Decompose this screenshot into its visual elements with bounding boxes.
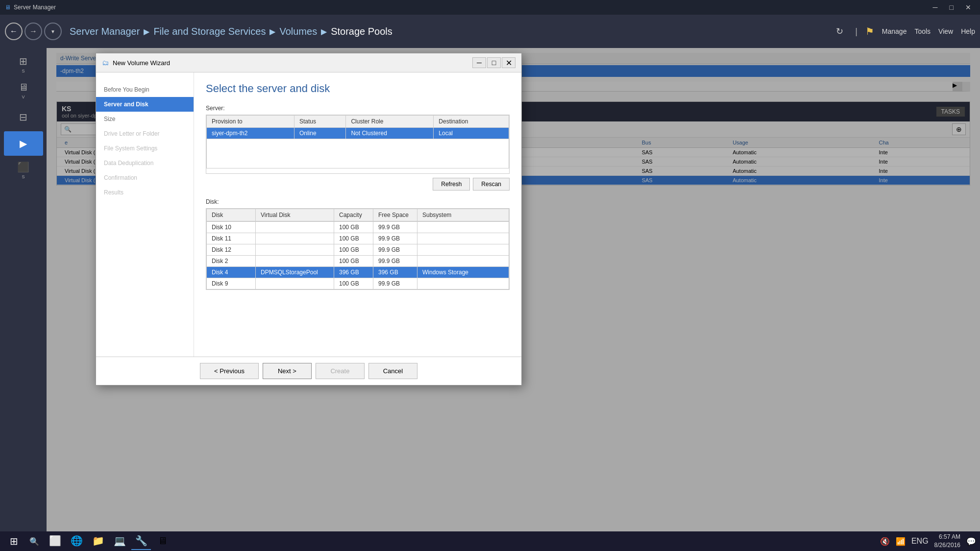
- disk2-free: 99.9 GB: [373, 256, 417, 267]
- server-row1-destination: Local: [434, 128, 509, 139]
- back-button[interactable]: ←: [5, 23, 23, 40]
- disk-col-freespace: Free Space: [373, 209, 417, 221]
- sidebar-label-local: V: [22, 95, 24, 99]
- disk10-vdisk: [256, 222, 334, 233]
- notification-icon[interactable]: 💬: [966, 537, 976, 546]
- previous-button[interactable]: < Previous: [200, 363, 259, 379]
- wizard-title-bar: 🗂 New Volume Wizard ─ □ ✕: [96, 53, 521, 72]
- disk10-free: 99.9 GB: [373, 222, 417, 233]
- network-icon[interactable]: 📶: [896, 537, 906, 546]
- server-row-1[interactable]: siyer-dpm-th2 Online Not Clustered Local: [207, 128, 509, 139]
- nav-divider: |: [855, 26, 858, 37]
- create-button[interactable]: Create: [316, 363, 365, 379]
- wizard-close-button[interactable]: ✕: [502, 57, 515, 68]
- modal-overlay: 🗂 New Volume Wizard ─ □ ✕ Before You Beg…: [47, 48, 980, 531]
- sidebar-item-all[interactable]: ⊟: [4, 105, 43, 129]
- breadcrumb-server-manager[interactable]: Server Manager: [70, 26, 140, 37]
- wizard-minimize-button[interactable]: ─: [472, 57, 486, 68]
- tray-date: 8/26/2016: [934, 541, 960, 550]
- nav-size[interactable]: Size: [96, 112, 194, 126]
- wizard-content: Select the server and disk Server: Provi…: [194, 72, 521, 357]
- refresh-button[interactable]: ↻: [832, 24, 847, 39]
- disk10-sub: [417, 222, 509, 233]
- breadcrumb: Server Manager ▶ File and Storage Servic…: [70, 26, 392, 37]
- refresh-server-button[interactable]: Refresh: [433, 178, 470, 191]
- maximize-button[interactable]: □: [946, 2, 957, 12]
- nav-drive-letter: Drive Letter or Folder: [96, 126, 194, 141]
- breadcrumb-volumes[interactable]: Volumes: [279, 26, 317, 37]
- taskbar-app-task-view[interactable]: ⬜: [45, 532, 65, 550]
- disk-table-container: Disk Virtual Disk Capacity Free Space Su…: [206, 208, 510, 290]
- disk10-cap: 100 GB: [334, 222, 373, 233]
- rescan-button[interactable]: Rescan: [473, 178, 510, 191]
- disk9-vdisk: [256, 278, 334, 289]
- tools-button[interactable]: Tools: [914, 27, 931, 35]
- disk4-free: 396 GB: [373, 267, 417, 278]
- wizard-nav: Before You Begin Server and Disk Size Dr…: [96, 72, 194, 357]
- sidebar-item-local[interactable]: 🖥 V: [4, 78, 43, 103]
- view-button[interactable]: View: [938, 27, 953, 35]
- server-row1-cluster: Not Clustered: [346, 128, 434, 139]
- disk-table: Disk 10 100 GB 99.9 GB Disk 11: [206, 221, 509, 289]
- breadcrumb-current: Storage Pools: [331, 26, 392, 37]
- close-button[interactable]: ✕: [961, 2, 975, 12]
- main-content: ⊞ S 🖥 V ⊟ ▶ ⬛ S d-Write Server Capacity …: [0, 48, 980, 531]
- cancel-button[interactable]: Cancel: [368, 363, 417, 379]
- disk-row-4[interactable]: Disk 4 DPMSQLStoragePool 396 GB 396 GB W…: [207, 267, 509, 278]
- disk-table-scroll-body[interactable]: Disk 10 100 GB 99.9 GB Disk 11: [206, 221, 509, 289]
- disk11-vdisk: [256, 233, 334, 244]
- disk-row-11[interactable]: Disk 11 100 GB 99.9 GB: [207, 233, 509, 244]
- disk2-sub: [417, 256, 509, 267]
- manage-button[interactable]: Manage: [882, 27, 907, 35]
- disk9-name: Disk 9: [207, 278, 256, 289]
- disk-row-10[interactable]: Disk 10 100 GB 99.9 GB: [207, 222, 509, 233]
- disk12-vdisk: [256, 244, 334, 256]
- disk11-sub: [417, 233, 509, 244]
- speaker-icon[interactable]: 🔇: [880, 537, 890, 546]
- minimize-button[interactable]: ─: [929, 2, 942, 12]
- nav-results: Results: [96, 185, 194, 200]
- all-icon: ⊟: [19, 111, 27, 123]
- nav-back-fwd: ← → ▼: [5, 23, 62, 40]
- disk4-vdisk: DPMSQLStoragePool: [256, 267, 334, 278]
- disk-row-12[interactable]: Disk 12 100 GB 99.9 GB: [207, 244, 509, 256]
- nav-server-and-disk[interactable]: Server and Disk: [96, 97, 194, 112]
- server-col-provision: Provision to: [207, 116, 294, 128]
- tray-clock[interactable]: 6:57 AM 8/26/2016: [934, 533, 960, 550]
- taskbar-app-ie[interactable]: 🌐: [67, 532, 86, 550]
- server-row1-provision: siyer-dpm-th2: [207, 128, 294, 139]
- title-bar-controls: ─ □ ✕: [929, 2, 975, 12]
- sidebar-item-dashboard[interactable]: ⊞ S: [4, 52, 43, 76]
- nav-dropdown-button[interactable]: ▼: [44, 23, 62, 40]
- fs-icon: ▶: [20, 138, 27, 149]
- sidebar: ⊞ S 🖥 V ⊟ ▶ ⬛ S: [0, 48, 47, 531]
- breadcrumb-sep-3: ▶: [321, 27, 327, 36]
- nav-confirmation: Confirmation: [96, 170, 194, 185]
- app-icon: 🖥: [5, 4, 11, 11]
- forward-button[interactable]: →: [24, 23, 42, 40]
- taskbar-app-explorer[interactable]: 📁: [88, 532, 108, 550]
- sidebar-item-iis[interactable]: ⬛ S: [4, 158, 43, 182]
- nav-bar: ← → ▼ Server Manager ▶ File and Storage …: [0, 15, 980, 48]
- taskbar-app-extra[interactable]: 🖥: [153, 532, 172, 550]
- wizard-maximize-button[interactable]: □: [487, 57, 501, 68]
- title-bar-text: Server Manager: [14, 4, 56, 11]
- taskbar-app-server-manager[interactable]: 🔧: [131, 532, 151, 550]
- wizard-dialog: 🗂 New Volume Wizard ─ □ ✕ Before You Beg…: [96, 53, 522, 385]
- disk9-free: 99.9 GB: [373, 278, 417, 289]
- start-button[interactable]: ⊞: [4, 532, 24, 550]
- nav-before-you-begin[interactable]: Before You Begin: [96, 82, 194, 97]
- sidebar-item-fs[interactable]: ▶: [4, 131, 43, 156]
- dashboard-icon: ⊞: [19, 55, 27, 67]
- help-button[interactable]: Help: [961, 27, 975, 35]
- sidebar-label-dashboard: S: [22, 69, 24, 73]
- breadcrumb-file-storage[interactable]: File and Storage Services: [153, 26, 266, 37]
- taskbar-app-cmd[interactable]: 💻: [110, 532, 129, 550]
- disk4-name: Disk 4: [207, 267, 256, 278]
- disk-col-disk: Disk: [207, 209, 256, 221]
- disk-row-2[interactable]: Disk 2 100 GB 99.9 GB: [207, 256, 509, 267]
- next-button[interactable]: Next >: [263, 363, 312, 379]
- taskbar-search-button[interactable]: 🔍: [25, 532, 43, 550]
- disk-row-9[interactable]: Disk 9 100 GB 99.9 GB: [207, 278, 509, 289]
- disk12-cap: 100 GB: [334, 244, 373, 256]
